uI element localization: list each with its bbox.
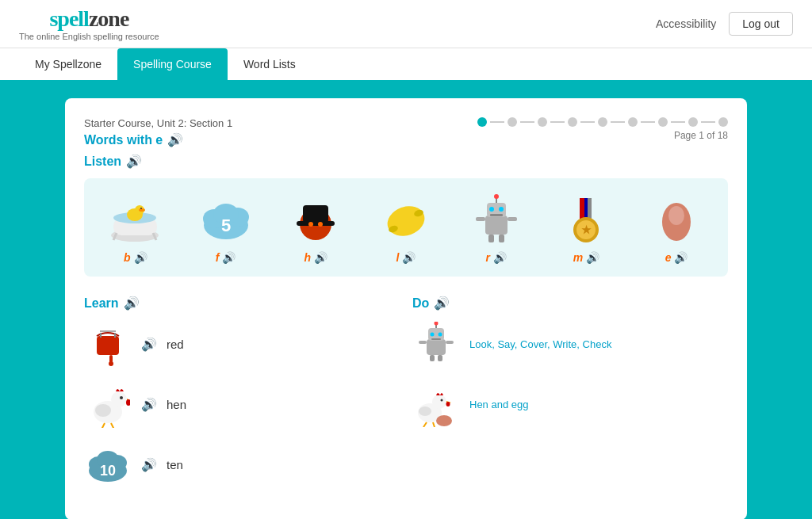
prog-line-4 [580, 121, 595, 123]
svg-rect-30 [499, 235, 504, 242]
do-link-hen-egg[interactable]: Hen and egg [469, 399, 528, 410]
listen-item-m[interactable]: ★ m 🔊 [554, 191, 618, 264]
listen-item-bottom-f: f 🔊 [216, 251, 236, 264]
listen-sound-f[interactable]: 🔊 [222, 251, 236, 264]
do-sound-icon[interactable]: 🔊 [434, 296, 450, 311]
do-column: Do 🔊 [412, 296, 728, 501]
listen-sound-m[interactable]: 🔊 [586, 251, 599, 264]
prog-line-3 [550, 121, 565, 123]
header-right: Accessibility Log out [656, 12, 793, 36]
listen-item-b[interactable]: b 🔊 [104, 191, 167, 264]
svg-rect-29 [488, 235, 494, 242]
svg-point-48 [111, 391, 127, 407]
prog-dot-1 [477, 117, 487, 127]
listen-item-bottom-b: b 🔊 [124, 251, 147, 264]
card-top: Starter Course, Unit 2: Section 1 Words … [84, 117, 728, 147]
svg-rect-42 [100, 333, 102, 338]
do-title: Do 🔊 [412, 296, 728, 311]
svg-rect-69 [419, 341, 427, 344]
learn-sound-icon[interactable]: 🔊 [124, 296, 140, 311]
do-row-2[interactable]: Hen and egg [412, 380, 728, 428]
svg-point-64 [431, 333, 435, 337]
listen-item-e[interactable]: e 🔊 [645, 191, 708, 264]
svg-rect-28 [490, 214, 503, 216]
svg-rect-44 [114, 333, 116, 338]
listen-sound-r[interactable]: 🔊 [493, 251, 507, 264]
learn-sound-hen[interactable]: 🔊 [141, 397, 157, 412]
svg-rect-22 [485, 216, 508, 235]
progress-dots [477, 117, 728, 127]
logo-text: spellzone [49, 6, 128, 32]
listen-sound-b[interactable]: 🔊 [134, 251, 147, 264]
card: Starter Course, Unit 2: Section 1 Words … [65, 98, 747, 519]
listen-box: b 🔊 5 f 🔊 [84, 178, 728, 277]
listen-sound-h[interactable]: 🔊 [314, 251, 327, 264]
listen-item-h[interactable]: h 🔊 [284, 191, 347, 264]
nav-item-spellingcourse[interactable]: Spelling Course [117, 48, 228, 80]
prog-dot-3 [538, 117, 547, 127]
listen-item-img-f: 5 [194, 191, 258, 246]
learn-column: Learn 🔊 [84, 296, 400, 501]
listen-section-title: Listen 🔊 [84, 154, 728, 169]
svg-point-63 [435, 322, 439, 326]
prog-dot-4 [568, 117, 577, 127]
logo-tagline: The online English spelling resource [19, 32, 159, 41]
course-info-area: Starter Course, Unit 2: Section 1 Words … [84, 117, 232, 147]
learn-word-ten: 10 🔊 ten [84, 441, 400, 488]
do-link-lscwc[interactable]: Look, Say, Cover, Write, Check [469, 338, 611, 350]
svg-point-26 [489, 207, 494, 212]
do-row-1[interactable]: Look, Say, Cover, Write, Check [412, 320, 728, 368]
svg-point-72 [432, 395, 446, 409]
listen-item-bottom-l: l 🔊 [396, 251, 416, 264]
prog-line-5 [611, 121, 625, 123]
learn-title: Learn 🔊 [84, 296, 400, 311]
svg-rect-41 [97, 336, 119, 355]
listen-item-img-m: ★ [554, 191, 618, 246]
learn-sound-ten[interactable]: 🔊 [141, 457, 157, 472]
svg-point-40 [668, 206, 684, 225]
listen-item-bottom-r: r 🔊 [485, 251, 506, 264]
prog-dot-5 [598, 117, 607, 127]
listen-sound-e[interactable]: 🔊 [674, 251, 688, 264]
prog-line-8 [701, 121, 715, 123]
svg-rect-67 [430, 355, 435, 361]
listen-item-img-b [104, 191, 167, 246]
learn-word-hen: 🔊 hen [84, 380, 400, 428]
listen-item-l[interactable]: l 🔊 [374, 191, 438, 264]
svg-rect-32 [508, 217, 517, 221]
listen-item-f[interactable]: 5 f 🔊 [194, 191, 258, 264]
logo: spellzone The online English spelling re… [19, 6, 159, 41]
prog-dot-6 [628, 117, 638, 127]
svg-line-77 [423, 422, 427, 427]
title-sound-icon[interactable]: 🔊 [167, 132, 183, 147]
listen-sound-icon[interactable]: 🔊 [126, 154, 142, 169]
svg-point-46 [109, 361, 113, 366]
nav-bar: My Spellzone Spelling Course Word Lists [0, 48, 812, 82]
listen-item-img-h [284, 191, 347, 246]
listen-item-img-r [465, 191, 528, 246]
learn-sound-red[interactable]: 🔊 [141, 337, 157, 352]
svg-point-19 [383, 201, 428, 241]
listen-item-bottom-e: e 🔊 [665, 251, 688, 264]
learn-img-hen [84, 380, 132, 428]
nav-item-wordlists[interactable]: Word Lists [228, 48, 312, 80]
nav-item-myspellzone[interactable]: My Spellzone [19, 48, 117, 80]
svg-line-54 [111, 423, 114, 428]
prog-line-7 [671, 121, 685, 123]
listen-item-r[interactable]: r 🔊 [465, 191, 528, 264]
svg-rect-31 [476, 217, 485, 221]
main-content: Starter Course, Unit 2: Section 1 Words … [0, 82, 812, 519]
progress-area: Page 1 of 18 [477, 117, 728, 141]
listen-item-img-e [645, 191, 708, 246]
svg-line-78 [433, 422, 435, 427]
do-img-hen-egg [412, 380, 460, 428]
logout-button[interactable]: Log out [729, 12, 793, 36]
listen-sound-l[interactable]: 🔊 [402, 251, 416, 264]
svg-point-5 [139, 208, 145, 212]
svg-text:5: 5 [220, 216, 230, 235]
svg-rect-66 [431, 338, 441, 340]
learn-img-ten: 10 [84, 441, 132, 488]
listen-item-img-l [374, 191, 438, 246]
svg-point-79 [436, 415, 452, 426]
accessibility-link[interactable]: Accessibility [656, 17, 716, 30]
